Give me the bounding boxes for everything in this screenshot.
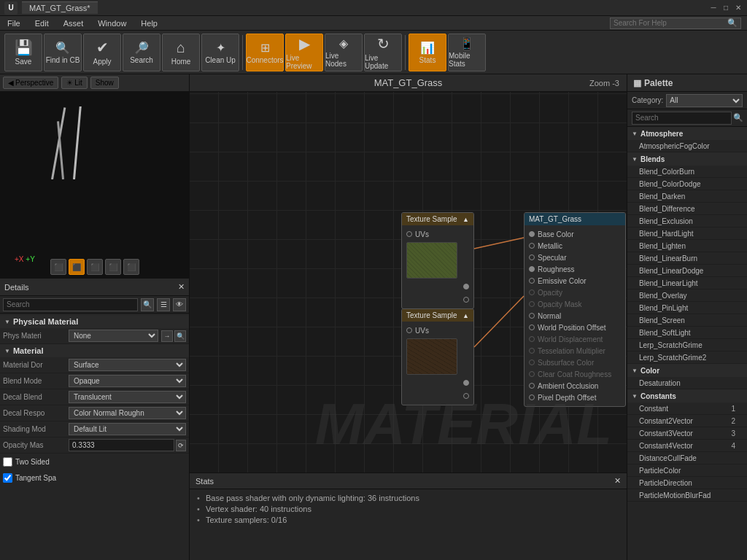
details-title: Details xyxy=(4,283,29,292)
find-in-cb-button[interactable]: 🔍 Find in CB xyxy=(44,34,82,71)
details-close-button[interactable]: ✕ xyxy=(178,282,185,292)
mobile-stats-button[interactable]: 📱 Mobile Stats xyxy=(448,34,486,71)
opacity-mask-input[interactable] xyxy=(69,439,174,451)
shading-mode-select[interactable]: Default Lit xyxy=(69,423,186,435)
decal-response-select[interactable]: Color Normal Roughn xyxy=(69,407,186,419)
palette-item-constant2vector[interactable]: Constant2Vector 2 xyxy=(627,415,747,427)
ao-dot xyxy=(529,383,535,389)
physical-material-section[interactable]: Physical Material xyxy=(0,315,189,328)
material-section[interactable]: Material xyxy=(0,344,189,357)
palette-item-desaturation[interactable]: Desaturation xyxy=(627,377,747,389)
color-group-header[interactable]: Color xyxy=(627,364,747,377)
opacity-mask-reset-btn[interactable]: ⟳ xyxy=(176,440,186,451)
show-button[interactable]: Show xyxy=(90,77,119,89)
live-preview-button[interactable]: ▶ Live Preview xyxy=(285,34,323,71)
palette-item-blend-colordodge[interactable]: Blend_ColorDodge xyxy=(627,178,747,190)
live-update-icon: ↻ xyxy=(377,35,390,52)
live-nodes-button[interactable]: ◈ Live Nodes xyxy=(325,34,363,71)
material-canvas[interactable]: Texture Sample ▲ UVs xyxy=(190,92,627,472)
menu-help[interactable]: Help xyxy=(133,18,165,29)
home-button[interactable]: ⌂ Home xyxy=(162,34,200,71)
palette-item-blend-difference[interactable]: Blend_Difference xyxy=(627,203,747,215)
details-list-view-button[interactable]: ☰ xyxy=(157,298,170,311)
toolbar-separator-1 xyxy=(242,35,243,70)
palette-item-lerp-scratchgrime2[interactable]: Lerp_ScratchGrime2 xyxy=(627,351,747,364)
texture-sample-1-expand[interactable]: ▲ xyxy=(462,216,469,223)
search-button[interactable]: 🔎 Search xyxy=(123,34,160,71)
palette-item-blend-lineardodge[interactable]: Blend_LinearDodge xyxy=(627,265,747,277)
texture-sample-1-uvs-dot xyxy=(406,231,412,237)
perspective-button[interactable]: ◀ Perspective xyxy=(3,77,58,89)
phys-material-select[interactable]: None xyxy=(69,330,158,342)
palette-item-blend-colorburn[interactable]: Blend_ColorBurn xyxy=(627,166,747,178)
phys-material-search-btn[interactable]: 🔍 xyxy=(174,330,186,342)
two-sided-checkbox[interactable] xyxy=(3,457,12,467)
palette-item-blend-lighten[interactable]: Blend_Lighten xyxy=(627,240,747,252)
palette-item-blend-darken[interactable]: Blend_Darken xyxy=(627,190,747,203)
palette-item-particlemotionblur[interactable]: ParticleMotionBlurFad xyxy=(627,489,747,502)
details-header: Details ✕ xyxy=(0,279,189,296)
main-layout: ◀ Perspective ☀ Lit Show +X +Y xyxy=(0,74,747,560)
palette-item-blend-linearlight[interactable]: Blend_LinearLight xyxy=(627,277,747,289)
decal-blend-select[interactable]: Translucent xyxy=(69,391,186,403)
phys-material-arrow-btn[interactable]: → xyxy=(161,330,173,342)
palette-item-lerp-scratchgrime[interactable]: Lerp_ScratchGrime xyxy=(627,339,747,351)
vp-ctrl-2[interactable]: ⬛ xyxy=(69,259,85,275)
tangent-space-checkbox[interactable] xyxy=(3,473,12,483)
menu-edit[interactable]: Edit xyxy=(28,18,56,29)
apply-button[interactable]: ✔ Apply xyxy=(83,34,121,71)
blend-mode-select[interactable]: Opaque xyxy=(69,375,186,387)
palette-item-particledirection[interactable]: ParticleDirection xyxy=(627,477,747,489)
lit-button[interactable]: ☀ Lit xyxy=(61,77,88,89)
material-domain-select[interactable]: Surface xyxy=(69,359,186,371)
stats-close-button[interactable]: ✕ xyxy=(614,476,621,486)
palette-item-blend-softlight[interactable]: Blend_SoftLight xyxy=(627,327,747,339)
menu-asset[interactable]: Asset xyxy=(56,18,91,29)
cleanup-button[interactable]: ✦ Clean Up xyxy=(201,34,239,71)
texture-sample-2-thumb xyxy=(406,338,457,375)
search-help-input[interactable] xyxy=(611,19,720,27)
palette-item-constant3vector[interactable]: Constant3Vector 3 xyxy=(627,427,747,440)
details-eye-button[interactable]: 👁 xyxy=(173,298,186,311)
connectors-button[interactable]: ⊞ Connectors xyxy=(246,34,284,71)
main-material-node[interactable]: MAT_GT_Grass Base Color Metallic Specula… xyxy=(524,212,626,407)
palette-item-distancecullfade[interactable]: DistanceCullFade xyxy=(627,452,747,464)
palette-item-blend-screen[interactable]: Blend_Screen xyxy=(627,314,747,327)
live-update-button[interactable]: ↻ Live Update xyxy=(364,34,402,71)
details-search-input[interactable] xyxy=(3,298,138,311)
vp-ctrl-5[interactable]: ⬛ xyxy=(123,259,139,275)
palette-item-blend-pinlight[interactable]: Blend_PinLight xyxy=(627,302,747,314)
maximize-button[interactable]: □ xyxy=(720,2,732,14)
palette-item-constant[interactable]: Constant 1 xyxy=(627,402,747,415)
vp-ctrl-3[interactable]: ⬛ xyxy=(87,259,103,275)
palette-item-atmospheric-fog[interactable]: AtmosphericFogColor xyxy=(627,140,747,152)
palette-item-blend-linearburn[interactable]: Blend_LinearBurn xyxy=(627,252,747,265)
material-title: MAT_GT_Grass xyxy=(374,77,443,88)
save-button[interactable]: 💾 Save xyxy=(4,34,42,71)
menu-window[interactable]: Window xyxy=(90,18,133,29)
viewport-canvas[interactable]: +X +Y ⬛ ⬛ ⬛ ⬛ ⬛ xyxy=(0,92,189,278)
palette-item-blend-overlay[interactable]: Blend_Overlay xyxy=(627,289,747,302)
atmosphere-group-header[interactable]: Atmosphere xyxy=(627,127,747,140)
texture-sample-node-1[interactable]: Texture Sample ▲ UVs xyxy=(401,212,474,309)
palette-item-constant4vector[interactable]: Constant4Vector 4 xyxy=(627,440,747,452)
vp-ctrl-1[interactable]: ⬛ xyxy=(50,259,66,275)
minimize-button[interactable]: ─ xyxy=(708,2,719,14)
stats-button[interactable]: 📊 Stats xyxy=(409,34,446,71)
palette-category-select[interactable]: All xyxy=(666,94,743,107)
palette-search-input[interactable] xyxy=(632,112,732,125)
palette-item-particlecolor[interactable]: ParticleColor xyxy=(627,464,747,477)
palette-item-blend-hardlight[interactable]: Blend_HardLight xyxy=(627,228,747,240)
palette-grid-icon: ▦ xyxy=(633,78,641,88)
title-bar-tab[interactable]: MAT_GT_Grass* xyxy=(22,1,98,14)
opacity-mask-value: ⟳ xyxy=(69,439,186,451)
constants-group-header[interactable]: Constants xyxy=(627,389,747,402)
menu-file[interactable]: File xyxy=(0,18,28,29)
palette-category-label: Category: xyxy=(632,96,663,104)
texture-sample-2-title: Texture Sample xyxy=(406,311,457,319)
vp-ctrl-4[interactable]: ⬛ xyxy=(105,259,121,275)
texture-sample-2-expand[interactable]: ▲ xyxy=(462,312,469,319)
palette-item-blend-exclusion[interactable]: Blend_Exclusion xyxy=(627,215,747,228)
close-button[interactable]: ✕ xyxy=(732,2,744,14)
blends-group-header[interactable]: Blends xyxy=(627,152,747,166)
